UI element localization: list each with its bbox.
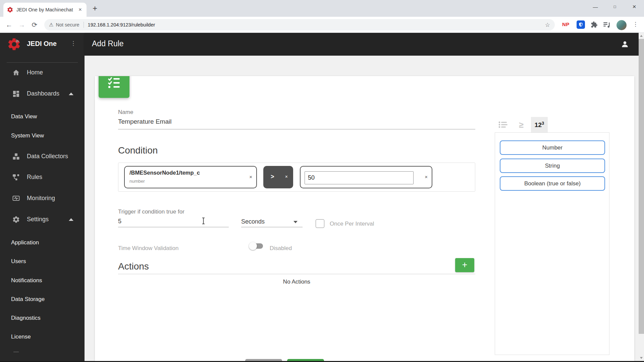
sidebar-item-home[interactable]: Home (0, 66, 85, 79)
home-icon (12, 69, 20, 77)
scroll-up-arrow-icon[interactable] (640, 35, 643, 37)
machinechat-favicon (7, 6, 13, 13)
new-tab-button[interactable]: + (89, 3, 101, 14)
gte-operator-icon: ≥ (519, 120, 524, 130)
time-window-label: Time Window Validation (118, 245, 178, 252)
data-collectors-icon (12, 153, 20, 161)
once-per-interval-label: Once Per Interval (330, 221, 374, 227)
sidebar-item-settings[interactable]: Settings (0, 213, 85, 226)
address-bar[interactable]: ⚠ Not secure 192.168.1.204:9123/rulebuil… (44, 19, 555, 31)
sidebar-partial-item (13, 352, 19, 352)
number-123-icon: 123 (535, 121, 544, 129)
extensions-puzzle-icon[interactable] (591, 21, 598, 29)
text-cursor (202, 218, 205, 224)
trigger-unit-select[interactable]: Seconds (241, 218, 265, 225)
reload-button[interactable]: ⟳ (30, 20, 40, 30)
time-window-toggle[interactable] (250, 243, 263, 249)
string-type-button[interactable]: String (500, 159, 605, 173)
sidebar-divider (7, 62, 78, 63)
main-content: Name Condition /BMESensorNode1/temp_c nu… (85, 56, 639, 361)
sidebar-item-data-view[interactable]: Data View (0, 110, 85, 123)
actions-heading: Actions (118, 261, 149, 272)
once-per-interval-checkbox[interactable] (316, 219, 324, 228)
browser-tab-strip: JEDI One by Machinechat × + — □ × (0, 0, 644, 17)
page-title: Add Rule (92, 39, 124, 48)
rule-checklist-icon (99, 76, 129, 98)
dashboards-icon (12, 90, 20, 98)
forward-button[interactable]: → (17, 20, 27, 30)
tab-values[interactable]: 123 (531, 117, 548, 132)
rule-card: Name Condition /BMESensorNode1/temp_c nu… (95, 76, 634, 361)
tab-close-icon[interactable]: × (77, 6, 83, 13)
remove-value-icon[interactable]: × (425, 174, 428, 180)
sidebar-item-data-collectors[interactable]: Data Collectors (0, 150, 85, 163)
browser-tab[interactable]: JEDI One by Machinechat × (3, 3, 87, 17)
browser-window: JEDI One by Machinechat × + — □ × ← → ⟳ … (0, 0, 644, 362)
boolean-type-button[interactable]: Boolean (true or false) (500, 176, 605, 191)
condition-value-chip: × (300, 166, 432, 188)
condition-property-chip[interactable]: /BMESensorNode1/temp_c number × (124, 166, 257, 188)
sidebar-item-license[interactable]: License (0, 330, 85, 344)
back-button[interactable]: ← (4, 20, 14, 30)
unit-underline (241, 227, 303, 227)
name-label: Name (118, 109, 133, 116)
trigger-duration-input[interactable] (118, 218, 225, 225)
remove-operator-icon[interactable]: × (285, 174, 288, 179)
monitoring-icon (12, 194, 20, 202)
settings-gear-icon (12, 216, 20, 224)
time-window-state: Disabled (270, 245, 292, 252)
rules-icon (12, 173, 20, 181)
scroll-down-arrow-icon[interactable] (640, 357, 643, 359)
page-scrollbar[interactable] (639, 33, 644, 361)
bitwarden-extension-icon[interactable] (577, 20, 585, 29)
window-controls: — □ × (586, 0, 644, 13)
browser-menu-icon[interactable]: ⋮ (633, 21, 638, 28)
chevron-up-icon (69, 218, 73, 221)
sidebar-brand-row: JEDI One ⋮ (0, 36, 85, 53)
rule-name-input[interactable] (118, 118, 474, 125)
sidebar-item-data-storage[interactable]: Data Storage (0, 293, 85, 306)
sidebar: JEDI One ⋮ Home Dashboards Data View Sys… (0, 33, 85, 361)
value-type-panel: Number String Boolean (true or false) (495, 132, 609, 355)
sidebar-item-rules[interactable]: Rules (0, 171, 85, 184)
remove-property-icon[interactable]: × (249, 174, 252, 180)
sidebar-item-monitoring[interactable]: Monitoring (0, 192, 85, 205)
browser-toolbar: ← → ⟳ ⚠ Not secure 192.168.1.204:9123/ru… (0, 17, 644, 33)
sidebar-item-notifications[interactable]: Notifications (0, 274, 85, 287)
window-close-button[interactable]: × (625, 0, 644, 13)
sidebar-item-diagnostics[interactable]: Diagnostics (0, 311, 85, 325)
machinechat-logo-icon (7, 37, 21, 52)
tab-properties[interactable] (495, 117, 512, 132)
user-account-icon[interactable] (621, 40, 629, 49)
profile-avatar[interactable] (616, 20, 627, 30)
actions-divider (118, 274, 475, 274)
dropdown-caret-icon[interactable] (293, 221, 298, 223)
no-actions-text: No Actions (118, 279, 475, 285)
add-action-button[interactable]: + (455, 258, 474, 272)
np-extension-icon[interactable]: NP (562, 21, 570, 27)
sidebar-item-application[interactable]: Application (0, 236, 85, 249)
sidebar-menu-icon[interactable]: ⋮ (70, 40, 76, 47)
sidebar-item-system-view[interactable]: System View (0, 129, 85, 142)
window-minimize-button[interactable]: — (586, 0, 605, 13)
tab-operators[interactable]: ≥ (513, 117, 530, 132)
url-divider (84, 22, 84, 28)
condition-operator-chip[interactable]: > × (263, 166, 293, 188)
property-list-icon (498, 121, 508, 129)
chevron-up-icon (69, 93, 73, 95)
condition-value-input[interactable] (305, 171, 414, 184)
toggle-knob[interactable] (249, 242, 257, 250)
security-label: Not secure (56, 22, 79, 27)
name-underline (118, 129, 475, 129)
window-maximize-button[interactable]: □ (605, 0, 625, 13)
url-text[interactable]: 192.168.1.204:9123/rulebuilder (88, 22, 545, 27)
playlist-extension-icon[interactable] (603, 22, 611, 29)
condition-heading: Condition (118, 145, 158, 156)
bookmark-star-icon[interactable]: ☆ (545, 21, 550, 28)
security-warning-icon[interactable]: ⚠ (49, 22, 53, 28)
trigger-label: Trigger if condition true for (118, 208, 184, 215)
number-type-button[interactable]: Number (500, 140, 605, 155)
scrollbar-thumb[interactable] (639, 39, 644, 334)
sidebar-item-users[interactable]: Users (0, 255, 85, 268)
sidebar-item-dashboards[interactable]: Dashboards (0, 87, 85, 101)
